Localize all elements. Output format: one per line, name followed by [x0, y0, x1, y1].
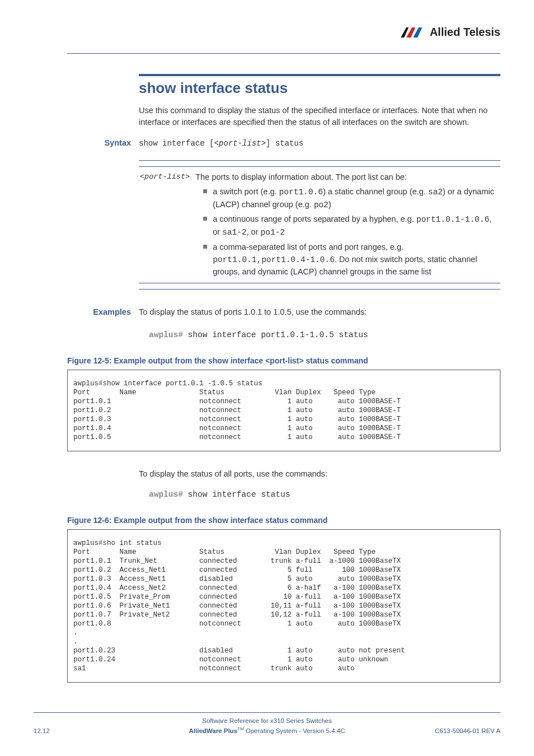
param-bullet-1: a switch port (e.g. port1.0.6) a static …: [195, 186, 499, 212]
syntax-command: show interface [<port-list>] status: [139, 139, 303, 148]
square-bullet-icon: [203, 245, 207, 249]
page-header: Allied Telesis: [67, 25, 500, 54]
figure-12-6-caption: Figure 12-6: Example output from the sho…: [67, 516, 500, 525]
param-description: The ports to display information about. …: [195, 171, 499, 278]
doc-revision: C613-50046-01 REV A: [435, 727, 500, 734]
syntax-pre: show interface [: [139, 139, 214, 148]
page-footer: Software Reference for x310 Series Switc…: [34, 712, 500, 736]
command-title: show interface status: [139, 74, 500, 97]
intro-text: Use this command to display the status o…: [139, 105, 500, 128]
param-key: <port-list>: [140, 171, 190, 278]
example2-command: awplus# show interface status: [149, 490, 500, 499]
cli-prompt: awplus#: [149, 330, 183, 339]
brand-logo: Allied Telesis: [401, 26, 500, 39]
param-bullet-2: a continuous range of ports separated by…: [195, 213, 499, 239]
param-bullet-3: a comma-separated list of ports and port…: [195, 241, 499, 278]
examples-label: Examples: [67, 307, 139, 316]
page-number: 12.12: [34, 727, 50, 734]
param-lead: The ports to display information about. …: [195, 171, 499, 184]
cli-command: show interface port1.0.1-1.0.5 status: [183, 330, 368, 339]
cli-command: show interface status: [183, 490, 290, 499]
square-bullet-icon: [203, 217, 207, 221]
footer-line2: AlliedWare PlusTM Operating System - Ver…: [34, 726, 500, 736]
figure-12-5-caption: Figure 12-5: Example output from the sho…: [67, 356, 500, 365]
syntax-label: Syntax: [67, 138, 139, 147]
syntax-param: <port-list>: [214, 139, 265, 148]
syntax-section: Syntax show interface [<port-list>] stat…: [139, 138, 500, 148]
figure-12-5-output: awplus#show interface port1.0.1 -1.0.5 s…: [67, 370, 500, 451]
example2-text: To display the status of all ports, use …: [139, 468, 500, 480]
square-bullet-icon: [203, 189, 207, 193]
parameter-table: <port-list> The ports to display informa…: [139, 160, 500, 290]
figure-12-6-output: awplus#sho int status Port Name Status V…: [67, 529, 500, 683]
brand-name: Allied Telesis: [430, 26, 500, 39]
examples-section: Examples To display the status of ports …: [139, 306, 500, 318]
footer-line1: Software Reference for x310 Series Switc…: [34, 716, 500, 726]
logo-mark-icon: [401, 27, 427, 38]
syntax-post: ] status: [266, 139, 303, 148]
example1-command: awplus# show interface port1.0.1-1.0.5 s…: [149, 330, 500, 339]
example1-text: To display the status of ports 1.0.1 to …: [139, 306, 367, 318]
cli-prompt: awplus#: [149, 490, 183, 499]
